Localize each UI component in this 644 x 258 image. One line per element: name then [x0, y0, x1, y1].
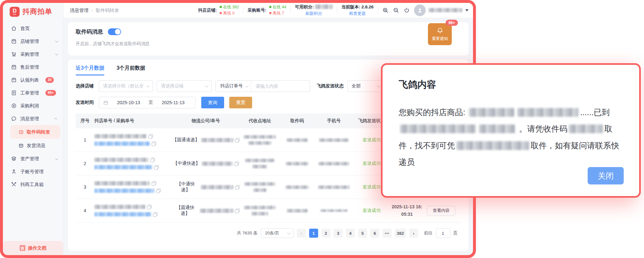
shop-select-placeholder: 请选择店铺 [161, 83, 184, 89]
copy-icon[interactable] [148, 134, 153, 138]
logistics-company: 【中通快递】 [172, 181, 199, 193]
th-order-no: 抖店单号 / 采购单号 [94, 118, 172, 124]
page-button-4[interactable]: 4 [346, 229, 355, 238]
shop-status-group: 抖店店铺: 在线 392 离线 0 [198, 4, 239, 17]
content-search-input[interactable] [251, 84, 310, 89]
page-size-select[interactable]: 20条/页 [261, 228, 294, 238]
reset-button[interactable]: 重置 [229, 97, 252, 108]
copy-icon[interactable] [154, 165, 158, 169]
copy-icon[interactable] [147, 205, 151, 209]
row-index: 2 [76, 161, 94, 166]
page-button-5[interactable]: 5 [358, 229, 367, 238]
shop-select[interactable]: 请选择店铺 [157, 80, 212, 92]
zoom-in-icon[interactable] [382, 7, 389, 14]
modal-text: 您购买的抖店商品: [399, 108, 468, 117]
copy-icon[interactable] [152, 181, 156, 185]
sidebar-item-assets[interactable]: 资产管理 [3, 152, 63, 165]
sidebar-item-label: 消息管理 [20, 116, 39, 122]
word-doc-icon: W [20, 245, 25, 251]
sidebar-item-toolbox[interactable]: 抖商工具箱 [3, 178, 63, 191]
user-menu[interactable] [414, 5, 469, 16]
pigeon-status: 发送成功 [354, 208, 389, 213]
pigeon-status-select[interactable]: 全部 [347, 80, 384, 92]
date-range-picker[interactable]: 2025-10-13 至 2025-11-13 [99, 97, 195, 108]
sidebar-subitem-label: 取件码转发 [27, 129, 50, 135]
sidebar-subitem-pickup-code[interactable]: 取件码转发 [10, 125, 60, 139]
chevron-down-icon [55, 157, 58, 160]
page-button-2[interactable]: 2 [321, 229, 330, 238]
page-button-last[interactable]: 382 [395, 229, 406, 238]
phone-redacted [320, 209, 347, 212]
profit-icon [11, 103, 17, 109]
tab-recent-3-months[interactable]: 近3个月数据 [76, 65, 104, 75]
copy-icon[interactable] [153, 212, 157, 216]
sidebar-item-label: 资产管理 [20, 156, 39, 162]
copy-icon[interactable] [150, 158, 155, 162]
next-page-button[interactable]: › [409, 229, 418, 238]
copy-icon[interactable] [156, 189, 160, 193]
sidebar-item-profit[interactable]: 采购利润 [3, 99, 63, 112]
sidebar-subitem-delivery-msg[interactable]: 发货消息 [3, 139, 63, 152]
check-update-link[interactable]: 检查更新 [341, 10, 374, 17]
copy-icon[interactable] [235, 209, 239, 213]
page-button-1[interactable]: 1 [309, 229, 318, 238]
username-redacted [429, 8, 462, 12]
copy-icon[interactable] [234, 162, 239, 166]
sidebar-item-label: 采购管理 [20, 51, 39, 57]
sidebar-item-aftersale[interactable]: 售后管理 [3, 61, 63, 74]
purchase-order-no-redacted [94, 212, 151, 216]
th-pickup-code: 取件码 [280, 118, 314, 124]
sidebar-item-subaccount[interactable]: 子账号管理 [3, 165, 63, 178]
copy-icon[interactable] [235, 185, 239, 189]
purchase-status-group: 采购账号: 在线 44 离线 7 [248, 4, 286, 17]
query-button[interactable]: 查询 [201, 97, 224, 108]
delivery-icon [18, 143, 24, 148]
sidebar-item-claim-list[interactable]: 认领列表 20 [3, 74, 63, 86]
more-pages-button[interactable]: ••• [383, 229, 392, 238]
person-icon [11, 169, 17, 174]
points-value-redacted [315, 5, 333, 9]
sidebar-item-ticket-mgmt[interactable]: 工单管理 99+ [3, 86, 63, 99]
date-to: 2025-11-13 [155, 100, 192, 105]
prev-page-button[interactable]: ‹ [297, 229, 306, 238]
pickup-code-redacted [286, 162, 308, 165]
logo: D 拍单 抖商拍单 [3, 3, 63, 20]
station-address-redacted [479, 124, 515, 133]
modal-text: 。请凭收件码 [517, 124, 567, 133]
logo-text: 抖商拍单 [23, 7, 52, 16]
view-content-button[interactable]: 查看内容 [427, 206, 455, 215]
page-button-3[interactable]: 3 [334, 229, 343, 238]
group-select-placeholder: 请选择分组（默认全部） [103, 83, 144, 89]
page-button-6[interactable]: 6 [370, 229, 379, 238]
tracking-no-redacted [202, 162, 233, 166]
tab-before-3-months[interactable]: 3个月前数据 [117, 65, 145, 75]
sidebar-item-purchase-mgmt[interactable]: 采购管理 [3, 48, 63, 61]
pickup-message-toggle[interactable] [108, 28, 121, 35]
order-type-value: 抖店订单号 [220, 83, 243, 89]
docs-link[interactable]: W 操作文档 [3, 241, 63, 255]
goto-page-input[interactable] [436, 228, 450, 238]
important-notice-button[interactable]: 重要通知 99+ [428, 23, 452, 45]
sidebar-item-message-mgmt[interactable]: 消息管理 [3, 112, 63, 125]
sidebar-item-home[interactable]: 首页 [3, 22, 63, 35]
refresh-points-link[interactable]: 刷新积分 [295, 10, 333, 17]
layers-icon [11, 156, 17, 162]
order-type-select[interactable]: 抖店订单号 [216, 83, 251, 89]
address-redacted [244, 135, 276, 139]
zoom-out-icon[interactable] [393, 7, 399, 14]
sidebar-item-shop-mgmt[interactable]: 店铺管理 [3, 35, 63, 48]
date-from: 2025-10-13 [110, 100, 147, 105]
power-icon[interactable] [403, 7, 410, 14]
shop-status-values: 在线 392 离线 0 [220, 4, 239, 17]
group-select[interactable]: 请选择分组（默认全部） [99, 80, 153, 92]
breadcrumb-parent[interactable]: 消息管理 [70, 7, 89, 14]
order-search-combo: 抖店订单号 [215, 80, 310, 92]
copy-icon[interactable] [152, 142, 156, 146]
copy-icon[interactable] [235, 138, 239, 142]
avatar-person-icon [417, 7, 423, 14]
close-button[interactable]: 关闭 [588, 167, 624, 184]
total-count: 共 7635 条 [237, 230, 258, 236]
pickup-code-redacted [569, 124, 603, 133]
sidebar-item-label: 首页 [20, 25, 30, 32]
goto-label: 前往 [424, 230, 433, 236]
